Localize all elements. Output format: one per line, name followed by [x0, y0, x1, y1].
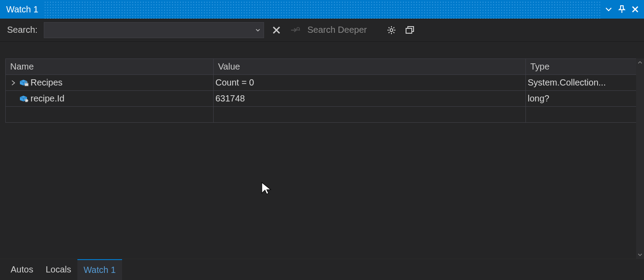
pin-icon[interactable]	[617, 5, 626, 14]
svg-rect-3	[406, 28, 412, 33]
table-header-row: Name Value Type	[6, 59, 639, 75]
vertical-scrollbar[interactable]	[636, 58, 644, 259]
column-header-value[interactable]: Value	[214, 59, 526, 75]
search-label: Search:	[7, 25, 38, 35]
tab-locals[interactable]: Locals	[39, 259, 77, 280]
search-deeper-icon	[289, 24, 301, 36]
scroll-up-icon[interactable]	[636, 58, 644, 66]
expand-icon[interactable]	[10, 80, 16, 86]
watch-type: System.Collection...	[526, 75, 639, 91]
object-tag-icon	[19, 95, 28, 102]
search-dropdown-icon[interactable]	[255, 27, 261, 33]
table-row[interactable]: Recipes Count = 0 System.Collection...	[6, 75, 639, 91]
svg-rect-4	[25, 83, 28, 86]
windows-icon[interactable]	[404, 24, 416, 36]
watch-value: 631748	[214, 91, 526, 107]
watch-type: long?	[526, 91, 639, 107]
clear-search-icon[interactable]	[270, 24, 283, 36]
watch-name: Recipes	[31, 78, 62, 88]
tab-watch1[interactable]: Watch 1	[77, 259, 122, 280]
tab-autos[interactable]: Autos	[4, 259, 39, 280]
watch-grid-panel: Name Value Type	[0, 42, 644, 259]
scroll-down-icon[interactable]	[636, 251, 644, 259]
watch-table: Name Value Type	[5, 58, 639, 123]
watch-value: Count = 0	[214, 75, 526, 91]
titlebar: Watch 1	[0, 0, 644, 19]
tab-label: Watch 1	[84, 265, 116, 275]
close-icon[interactable]	[631, 5, 640, 14]
dropdown-icon[interactable]	[604, 5, 613, 14]
column-header-name[interactable]: Name	[6, 59, 214, 75]
table-row-empty[interactable]	[6, 107, 639, 123]
tab-label: Autos	[11, 264, 33, 275]
search-input[interactable]	[49, 25, 255, 35]
svg-point-1	[390, 28, 393, 31]
settings-icon[interactable]	[385, 24, 398, 36]
window-title: Watch 1	[6, 4, 38, 15]
search-toolbar: Search: Search Deeper	[0, 19, 644, 42]
table-row[interactable]: recipe.Id 631748 long?	[6, 91, 639, 107]
search-box[interactable]	[44, 22, 264, 38]
titlebar-grip[interactable]	[43, 0, 601, 19]
object-locked-icon	[19, 79, 28, 86]
search-deeper-label: Search Deeper	[307, 25, 367, 35]
watch-name: recipe.Id	[31, 93, 65, 104]
tab-label: Locals	[46, 264, 71, 275]
bottom-tab-bar: Autos Locals Watch 1	[0, 259, 644, 280]
column-header-type[interactable]: Type	[526, 59, 639, 75]
